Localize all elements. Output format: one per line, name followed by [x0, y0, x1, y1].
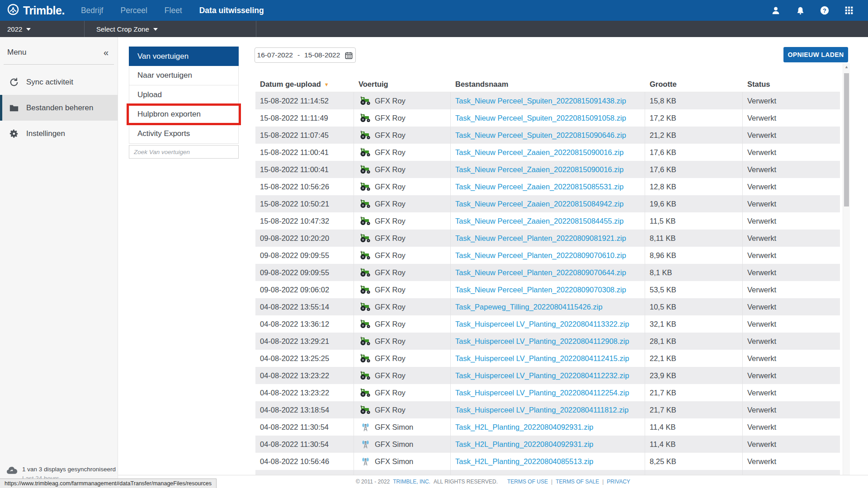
bell-icon[interactable] — [795, 5, 806, 16]
cell-size: 8,25 KB — [645, 453, 743, 470]
cell-filename: Task_Huisperceel LV_Planting_20220804111… — [451, 401, 645, 418]
nav-item-fleet[interactable]: Fleet — [165, 6, 182, 15]
file-download-link[interactable]: Task_Huisperceel LV_Planting_20220804112… — [455, 371, 629, 380]
cell-vehicle: GFX Simon — [354, 418, 451, 436]
file-download-link[interactable]: Task_H2L_Planting_20220804092931.zip — [455, 423, 594, 432]
cell-date: 09-08-2022 09:09:55 — [255, 264, 354, 281]
scroll-up-icon[interactable]: ▲ — [843, 63, 850, 70]
file-download-link[interactable]: Task_Nieuw Perceel_Planten_2022080908192… — [455, 234, 626, 243]
file-download-link[interactable]: Task_Nieuw Perceel_Zaaien_20220815085531… — [455, 183, 623, 191]
column-header-size[interactable]: Grootte — [645, 80, 743, 89]
file-download-link[interactable]: Task_H2L_Planting_20220804085513.zip — [455, 457, 594, 466]
table-row: 09-08-2022 09:09:55GFX RoyTask_Nieuw Per… — [255, 247, 840, 264]
sync-icon — [8, 77, 20, 87]
search-input[interactable] — [129, 145, 239, 159]
column-header-vehicle[interactable]: Voertuig — [354, 80, 451, 89]
divider — [4, 64, 114, 65]
sidebar-title: Menu — [7, 48, 27, 57]
file-download-link[interactable]: Task_Huisperceel LV_Planting_20220804112… — [455, 389, 629, 397]
tab-activity-exports[interactable]: Activity Exports — [129, 124, 239, 144]
nav-item-bedrijf[interactable]: Bedrijf — [81, 6, 104, 15]
tab-label: Upload — [137, 90, 162, 99]
sidebar-item-bestanden-beheren[interactable]: Bestanden beheren — [0, 95, 118, 121]
terms-of-use-link[interactable]: TERMS OF USE — [507, 479, 548, 485]
cell-status: Verwerkt — [743, 418, 840, 436]
cell-date: 04-08-2022 13:29:21 — [255, 333, 354, 350]
vehicle-name: GFX Roy — [375, 148, 406, 157]
tractor-icon — [359, 337, 372, 346]
file-download-link[interactable]: Task_Nieuw Perceel_Zaaien_20220815090016… — [455, 165, 623, 174]
tab-naar-voertuigen[interactable]: Naar voertuigen — [129, 66, 239, 85]
vertical-scrollbar[interactable]: ▲ — [843, 63, 850, 475]
file-download-link[interactable]: Task_Nieuw Perceel_Planten_2022080907061… — [455, 251, 626, 260]
table-row: 09-08-2022 09:09:55GFX RoyTask_Nieuw Per… — [255, 264, 840, 281]
column-header-date[interactable]: Datum ge-upload ▼ — [255, 80, 354, 89]
cell-size: 11,4 KB — [645, 436, 743, 453]
company-link[interactable]: TRIMBLE, INC. — [393, 479, 430, 485]
cell-status: Verwerkt — [743, 247, 840, 264]
sidebar-items: Sync activiteitBestanden beherenInstelli… — [0, 69, 118, 146]
chevron-down-icon — [26, 28, 31, 31]
cell-date: 04-08-2022 13:18:54 — [255, 401, 354, 418]
scrollbar-thumb[interactable] — [844, 73, 849, 206]
cell-filename: Task_Nieuw Perceel_Planten_2022080907030… — [451, 281, 645, 298]
table-row: 04-08-2022 11:30:54GFX SimonTask_H2L_Pla… — [255, 436, 840, 453]
nav-item-data-uitwisseling[interactable]: Data uitwisseling — [199, 6, 264, 15]
context-bar: 2022 Select Crop Zone — [0, 21, 868, 37]
nav-item-perceel[interactable]: Perceel — [120, 6, 147, 15]
tractor-icon — [359, 371, 372, 380]
vehicle-name: GFX Roy — [375, 131, 406, 140]
file-download-link[interactable]: Task_Huisperceel LV_Planting_20220804112… — [455, 337, 629, 346]
cell-size: 21,2 KB — [645, 127, 743, 144]
file-download-link[interactable]: Task_Huisperceel LV_Planting_20220804112… — [455, 354, 629, 363]
file-download-link[interactable]: Task_Nieuw Perceel_Planten_2022080907064… — [455, 268, 626, 277]
file-download-link[interactable]: Task_Nieuw Perceel_Planten_2022080907030… — [455, 286, 626, 294]
date-range-picker[interactable]: 16-07-2022 - 15-08-2022 — [255, 47, 356, 63]
file-download-link[interactable]: Task_Huisperceel LV_Planting_20220804113… — [455, 320, 629, 328]
cell-date: 15-08-2022 10:56:26 — [255, 178, 354, 195]
cell-vehicle: GFX Simon — [354, 453, 451, 470]
file-download-link[interactable]: Task_Nieuw Perceel_Spuiten_2022081509064… — [455, 131, 626, 140]
sidebar-item-sync-activiteit[interactable]: Sync activiteit — [0, 69, 118, 95]
date-range-end: 15-08-2022 — [304, 51, 340, 59]
cell-status: Verwerkt — [743, 436, 840, 453]
column-header-filename[interactable]: Bestandsnaam — [451, 80, 645, 89]
cell-vehicle: GFX Simon — [354, 436, 451, 453]
file-download-link[interactable]: Task_Nieuw Perceel_Spuiten_2022081509143… — [455, 97, 626, 105]
cell-vehicle: GFX Roy — [354, 367, 451, 384]
tab-upload[interactable]: Upload — [129, 85, 239, 105]
file-download-link[interactable]: Task_H2L_Planting_20220804092931.zip — [455, 440, 594, 449]
folder-icon — [8, 103, 20, 113]
sidebar-item-label: Sync activiteit — [26, 78, 73, 87]
crop-zone-dropdown[interactable]: Select Crop Zone — [85, 21, 256, 37]
cell-filename: Task_Papeweg_Tilling_20220804115426.zip — [451, 298, 645, 315]
file-download-link[interactable]: Task_Nieuw Perceel_Spuiten_2022081509105… — [455, 114, 626, 122]
calendar-icon — [344, 51, 353, 60]
apps-grid-icon[interactable] — [844, 5, 854, 16]
file-download-link[interactable]: Task_Huisperceel LV_Planting_20220804111… — [455, 406, 628, 414]
file-download-link[interactable]: Task_Papeweg_Tilling_20220804115426.zip — [455, 303, 603, 311]
sidebar-item-instellingen[interactable]: Instellingen — [0, 121, 118, 146]
table-row: 04-08-2022 13:23:22GFX RoyTask_Huisperce… — [255, 367, 840, 384]
column-header-status[interactable]: Status — [743, 80, 840, 89]
file-download-link[interactable]: Task_Nieuw Perceel_Zaaien_20220815084455… — [455, 217, 623, 225]
terms-of-sale-link[interactable]: TERMS OF SALE — [556, 479, 599, 485]
cell-status: Verwerkt — [743, 230, 840, 247]
privacy-link[interactable]: PRIVACY — [607, 479, 630, 485]
table-body: 15-08-2022 11:14:52GFX RoyTask_Nieuw Per… — [255, 92, 840, 475]
tab-hulpbron-exporten[interactable]: Hulpbron exporten — [129, 105, 239, 124]
sidebar-item-label: Bestanden beheren — [26, 103, 93, 113]
tab-van-voertuigen[interactable]: Van voertuigen — [129, 47, 239, 66]
gear-icon — [8, 129, 20, 139]
collapse-sidebar-icon[interactable]: « — [104, 49, 108, 56]
user-icon[interactable] — [770, 5, 781, 16]
year-dropdown[interactable]: 2022 — [0, 21, 85, 37]
cell-size: 15,8 KB — [645, 92, 743, 109]
trimble-logo[interactable]: Trimble. — [6, 3, 65, 18]
file-download-link[interactable]: Task_Nieuw Perceel_Zaaien_20220815090016… — [455, 148, 623, 157]
tractor-icon — [359, 302, 372, 311]
footer-separator: | — [602, 479, 604, 485]
help-icon[interactable]: ? — [819, 5, 830, 16]
reload-button[interactable]: OPNIEUW LADEN — [783, 47, 848, 62]
file-download-link[interactable]: Task_Nieuw Perceel_Zaaien_20220815084942… — [455, 200, 623, 208]
